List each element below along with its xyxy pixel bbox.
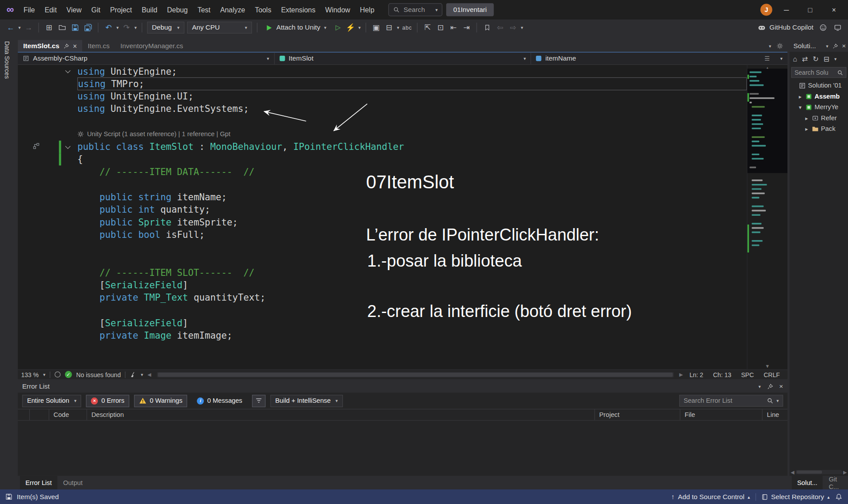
- close-icon[interactable]: ×: [842, 42, 846, 50]
- document-tab-inventorymanager-cs[interactable]: InventoryManager.cs: [115, 40, 188, 52]
- inheritance-margin-icon[interactable]: [33, 142, 40, 149]
- column-header-blank[interactable]: [18, 409, 30, 420]
- horizontal-scrollbar[interactable]: [157, 372, 674, 377]
- start-without-debugging-icon[interactable]: [332, 23, 343, 33]
- minimize-button[interactable]: ─: [777, 2, 796, 18]
- column-header-description[interactable]: Description: [87, 409, 595, 420]
- code-line[interactable]: using UnityEngine.UI;: [18, 90, 747, 103]
- column-header-file[interactable]: File: [680, 409, 763, 420]
- split-editor-handle[interactable]: ☰: [763, 55, 771, 63]
- chevron-right-icon[interactable]: ▸: [804, 115, 810, 121]
- document-well-options-icon[interactable]: [777, 43, 783, 50]
- tree-item-assemb[interactable]: ▸Assemb: [790, 91, 848, 101]
- pin-icon[interactable]: [832, 43, 838, 49]
- code-line[interactable]: public int quantity;: [18, 203, 747, 216]
- code-line[interactable]: {: [18, 153, 747, 165]
- indent-decrease-icon[interactable]: ⇤: [448, 23, 458, 33]
- panel-tab-error-list[interactable]: Error List: [20, 476, 57, 489]
- menu-help[interactable]: Help: [355, 4, 379, 16]
- type-dropdown[interactable]: ItemSlot ▾: [275, 53, 531, 65]
- select-repository-button[interactable]: Select Repository ▴: [761, 493, 829, 500]
- document-health-icon[interactable]: [54, 371, 60, 377]
- chevron-right-icon[interactable]: ▸: [797, 93, 803, 99]
- code-line[interactable]: [SerializeField]: [18, 279, 747, 291]
- health-status-label[interactable]: No issues found: [76, 371, 121, 378]
- scroll-left-icon[interactable]: ◀: [791, 470, 794, 475]
- tab-list-chevron-icon[interactable]: ▾: [769, 43, 771, 49]
- menu-project[interactable]: Project: [105, 4, 137, 16]
- scrollbar-thumb[interactable]: [158, 372, 673, 377]
- code-cleanup-chevron-icon[interactable]: ▾: [141, 372, 143, 377]
- member-dropdown[interactable]: itemName ▾: [531, 53, 787, 65]
- navigate-backward-icon[interactable]: ←: [5, 23, 15, 33]
- next-bookmark-icon[interactable]: ⇨: [508, 23, 518, 33]
- close-icon[interactable]: ×: [73, 42, 77, 50]
- document-tab-itemslot-cs[interactable]: ItemSlot.cs×: [18, 40, 82, 52]
- hot-reload-chevron-icon[interactable]: ▾: [358, 25, 360, 30]
- home-icon[interactable]: ⌂: [793, 55, 797, 63]
- scroll-right-icon[interactable]: ▶: [679, 372, 683, 377]
- notifications-bell-icon[interactable]: [835, 493, 843, 500]
- scrollbar-thumb[interactable]: [797, 470, 822, 473]
- menu-tools[interactable]: Tools: [250, 4, 276, 16]
- cursor-column-indicator[interactable]: Ch: 13: [713, 371, 731, 378]
- code-line[interactable]: private Image itemImage;: [18, 329, 747, 341]
- save-all-icon[interactable]: [83, 23, 93, 33]
- tree-item-solution-01[interactable]: Solution '01: [790, 80, 848, 91]
- code-line[interactable]: public class ItemSlot : MonoBehaviour, I…: [18, 140, 747, 153]
- column-header-line[interactable]: Line: [763, 409, 787, 420]
- codelens-line[interactable]: Unity Script (1 asset reference) | 1 ref…: [18, 128, 747, 140]
- tree-item-refer[interactable]: ▸Refer: [790, 112, 848, 123]
- messages-filter-button[interactable]: i 0 Messages: [192, 394, 247, 407]
- pin-icon[interactable]: [767, 383, 773, 390]
- window-position-chevron-icon[interactable]: ▾: [826, 43, 828, 49]
- column-header-project[interactable]: Project: [595, 409, 680, 420]
- code-line[interactable]: using UnityEngine;: [18, 65, 747, 77]
- column-header-blank[interactable]: [30, 409, 49, 420]
- solution-search-input[interactable]: Search Solu: [791, 67, 847, 78]
- titlebar-search[interactable]: Search ▾: [389, 3, 443, 16]
- open-file-icon[interactable]: [57, 23, 67, 33]
- task-status-center-icon[interactable]: [833, 23, 843, 33]
- filter-button[interactable]: [252, 394, 266, 407]
- code-line[interactable]: using TMPro;: [18, 77, 747, 90]
- bookmark-icon[interactable]: [482, 23, 492, 33]
- document-tab-item-cs[interactable]: Item.cs: [82, 40, 115, 52]
- previous-bookmark-icon[interactable]: ⇦: [495, 23, 505, 33]
- solution-window-icon[interactable]: ⊟: [384, 23, 394, 33]
- refresh-icon[interactable]: ↻: [813, 55, 818, 63]
- menu-edit[interactable]: Edit: [40, 4, 61, 16]
- error-list-search[interactable]: Search Error List ▾: [679, 395, 783, 407]
- scroll-right-icon[interactable]: ▶: [843, 470, 847, 475]
- menu-file[interactable]: File: [19, 4, 40, 16]
- scope-dropdown[interactable]: Entire Solution ▾: [22, 394, 81, 407]
- configuration-dropdown[interactable]: Debug ▾: [147, 22, 185, 34]
- code-line[interactable]: using UnityEngine.EventSystems;: [18, 103, 747, 115]
- codelens-line[interactable]: 1 reference | Gpt: [18, 367, 747, 369]
- platform-dropdown[interactable]: Any CPU ▾: [187, 22, 252, 34]
- chevron-right-icon[interactable]: ▸: [804, 126, 810, 131]
- toolbar-overflow-chevron-icon[interactable]: ▾: [521, 25, 523, 30]
- navigate-forward-icon[interactable]: →: [23, 23, 34, 33]
- menu-extensions[interactable]: Extensions: [276, 4, 321, 16]
- window-position-chevron-icon[interactable]: ▾: [758, 384, 760, 389]
- code-cleanup-icon[interactable]: [130, 371, 137, 378]
- add-to-source-control-button[interactable]: ↑ Add to Source Control ▴: [671, 493, 750, 500]
- line-ending-indicator[interactable]: CRLF: [764, 371, 780, 378]
- cursor-line-indicator[interactable]: Ln: 2: [689, 371, 703, 378]
- chevron-down-icon[interactable]: ▾: [797, 104, 803, 110]
- scroll-left-icon[interactable]: ◀: [147, 372, 151, 377]
- attach-to-unity-button[interactable]: Attach to Unity ▾: [262, 24, 329, 31]
- properties-window-icon[interactable]: ⊡: [435, 23, 446, 33]
- navigate-to-icon[interactable]: ⇱: [422, 23, 432, 33]
- project-dropdown[interactable]: Assembly-CSharp ▾: [18, 53, 275, 65]
- maximize-button[interactable]: □: [800, 2, 820, 18]
- zoom-chevron-icon[interactable]: ▾: [43, 372, 45, 377]
- close-button[interactable]: ×: [824, 2, 844, 18]
- panel-tab-git-c[interactable]: Git C...: [823, 476, 848, 489]
- minimap-scrollbar[interactable]: ▲ ▼: [747, 65, 787, 370]
- errors-filter-button[interactable]: × 0 Errors: [86, 394, 129, 407]
- blank-line[interactable]: [18, 115, 747, 128]
- panel-tab-output[interactable]: Output: [58, 476, 88, 489]
- blank-line[interactable]: [18, 354, 747, 367]
